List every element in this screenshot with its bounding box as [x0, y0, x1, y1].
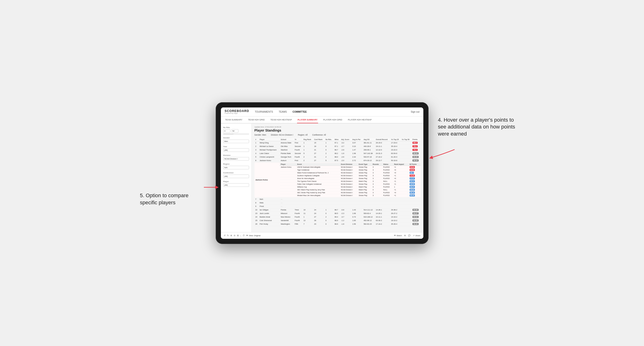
table-row[interactable]: 22 Ian Gilligan Florida Third 10 24 1 68…	[254, 208, 420, 212]
table-row[interactable]: 6 Jackson Koivu Auburn First 2 27 5 87.5…	[254, 159, 420, 162]
nav-committee[interactable]: COMMITTEE	[292, 110, 307, 114]
cell-overall: 29-12-7	[375, 159, 390, 162]
filter-conference: Conference: All	[312, 134, 326, 136]
event-row-item: Williams Cup NCAA Division I Match Play …	[280, 185, 420, 188]
ev-status: PLAYED	[382, 177, 393, 180]
cell-points[interactable]: 60.58	[412, 208, 420, 212]
subnav-team-h2h-grid[interactable]: TEAM H2H GRID	[248, 116, 265, 123]
table-row[interactable]: 23 Jack Lundin Missouri Fourth 11 24 0 6…	[254, 212, 420, 215]
cell-reg: 2	[302, 155, 313, 159]
cell-points[interactable]: 58.18	[412, 159, 420, 162]
cell-adj: -2.6	[340, 155, 352, 159]
ev-event: Mirabel Maui Jim Intercollegiate	[296, 194, 340, 197]
year-select[interactable]: (All)	[223, 148, 249, 152]
table-row[interactable]: 5 Christo Lamprecht Georgia Tech Fourth …	[254, 155, 420, 159]
redo-icon[interactable]: ↻	[227, 234, 229, 237]
ev-event: Wake Forest Invitational at Pinehurst No…	[296, 171, 340, 174]
share-btn[interactable]: ↗ Share	[413, 234, 420, 237]
cell-sg: 509-62-4	[362, 212, 375, 215]
table-row[interactable]: 8 Mats —	[254, 201, 420, 204]
cell-points[interactable]: 60.49	[412, 155, 420, 159]
cell-points[interactable]: 68.34	[412, 152, 420, 155]
no-rds-from-input[interactable]	[223, 129, 230, 133]
watch-btn[interactable]: 👁 Watch	[394, 234, 402, 237]
division-select[interactable]: NCAA Division I	[223, 157, 249, 161]
ev-rank: +1	[393, 194, 408, 197]
cell-points[interactable]: 58.49	[412, 222, 420, 226]
table-row[interactable]: 25 Cole Sherwood Vanderbilt Fourth 12 28…	[254, 219, 420, 222]
undo-icon[interactable]: ↺	[224, 234, 226, 237]
ev-player	[280, 194, 296, 197]
dl-icon: ⬇	[404, 234, 406, 237]
col-reg-rank: Reg Rank	[302, 138, 313, 141]
event-row-item: Amer An Intercollegiate NCAA Division I …	[280, 177, 420, 180]
fit-icon[interactable]: ⊞	[237, 234, 239, 237]
ev-pts: 24.11	[409, 180, 420, 182]
watch-icon: 👁	[394, 234, 396, 237]
ev-div: NCAA Division I	[340, 182, 358, 185]
table-row[interactable]: 7 Nich —	[254, 197, 420, 201]
cell-conf: 18	[313, 145, 324, 148]
region-select[interactable]: N/A	[223, 166, 249, 169]
col-wins: Wins	[334, 138, 340, 141]
no-rds-row	[223, 129, 249, 133]
table-row[interactable]: 3 Michael Thorbjornsen Stanford Fourth 1…	[254, 148, 420, 152]
ev-type: Stroke Play	[358, 169, 372, 171]
ev-col-player: Player	[280, 163, 296, 166]
table-row[interactable]: 24 Bastien Amat New Mexico Fourth 1 27 2…	[254, 215, 420, 219]
sub-nav: TEAM SUMMARY TEAM H2H GRID TEAM H2H HEAT…	[221, 116, 423, 124]
table-row[interactable]: 2 Michael La Sasso Ole Miss Second 1 18 …	[254, 145, 420, 148]
cell-player: Prest	[259, 204, 280, 208]
subnav-team-summary[interactable]: TEAM SUMMARY	[225, 116, 243, 123]
table-row[interactable]: 4 Luke Claton Florida State Second 5 27 …	[254, 152, 420, 155]
comment-btn[interactable]: 💬	[408, 234, 410, 237]
cell-points[interactable]: 76.2	[412, 145, 420, 148]
rds-slider[interactable]	[223, 134, 249, 134]
cell-points[interactable]: 68.2	[412, 141, 420, 145]
ev-event: Fallen Oak Collegiate Invitational	[296, 182, 340, 185]
ev-rank: +1	[393, 166, 408, 169]
view-original-btn[interactable]: 👁 View: Original	[246, 234, 260, 237]
cell-par: 3.10	[352, 145, 363, 148]
subnav-team-h2h-heatmap[interactable]: TEAM H2H HEATMAP	[270, 116, 292, 123]
cell-points[interactable]: 60.02	[412, 215, 420, 219]
player-select[interactable]: (All)	[223, 183, 249, 187]
cell-sg: 562-62-23	[362, 222, 375, 226]
cell-overall: 27-10-2	[375, 155, 390, 159]
cell-points[interactable]: 60.27	[412, 212, 420, 215]
cell-vs50	[401, 212, 412, 215]
cell-school: Missouri	[280, 212, 294, 215]
zoom-out-icon[interactable]: ⊖	[234, 234, 236, 237]
subnav-player-h2h-heatmap[interactable]: PLAYER H2H HEATMAP	[348, 116, 372, 123]
cell-rds: 2	[324, 215, 334, 219]
ev-rank: +0	[393, 169, 408, 171]
subnav-player-h2h-grid[interactable]: PLAYER H2H GRID	[323, 116, 343, 123]
download-icon[interactable]: ↓	[240, 234, 242, 237]
ev-player	[280, 188, 296, 191]
nav-tournaments[interactable]: TOURNAMENTS	[255, 110, 273, 114]
subnav-player-summary[interactable]: PLAYER SUMMARY	[297, 117, 318, 123]
download-btn[interactable]: ⬇	[404, 234, 406, 237]
zoom-in-icon[interactable]: ⊕	[230, 234, 232, 237]
table-row[interactable]: 1 Wenyi Ding Arizona State First 1 15 1 …	[254, 141, 420, 145]
table-row[interactable]: 26 Petr Hruby Washington Fifth 7 23 0 68…	[254, 222, 420, 226]
no-rds-to-input[interactable]	[231, 129, 238, 133]
nav-teams[interactable]: TEAMS	[278, 110, 287, 114]
ev-rounds: 3	[372, 177, 382, 180]
ev-div: NCAA Division I	[340, 166, 358, 169]
cell-reg: 5	[302, 152, 313, 155]
cell-points[interactable]: 60.95	[412, 219, 420, 222]
cell-points[interactable]: 70.2	[412, 148, 420, 152]
filter-gender: Gender: Men	[254, 134, 266, 136]
gender-select[interactable]: Men Women	[223, 140, 249, 143]
ev-player	[280, 174, 296, 177]
ev-player	[280, 180, 296, 182]
clock-icon[interactable]: ⏱	[243, 234, 245, 237]
table-row[interactable]: 9 Prest —	[254, 204, 420, 208]
cell-vs25: 63-54-6	[390, 152, 401, 155]
nav-sign-out[interactable]: Sign out	[411, 111, 420, 113]
conference-select[interactable]: (All)	[223, 174, 249, 178]
logo-title: SCOREBOARD	[225, 109, 249, 112]
cell-rds: 2	[324, 155, 334, 159]
ev-status: NULL	[382, 188, 393, 191]
